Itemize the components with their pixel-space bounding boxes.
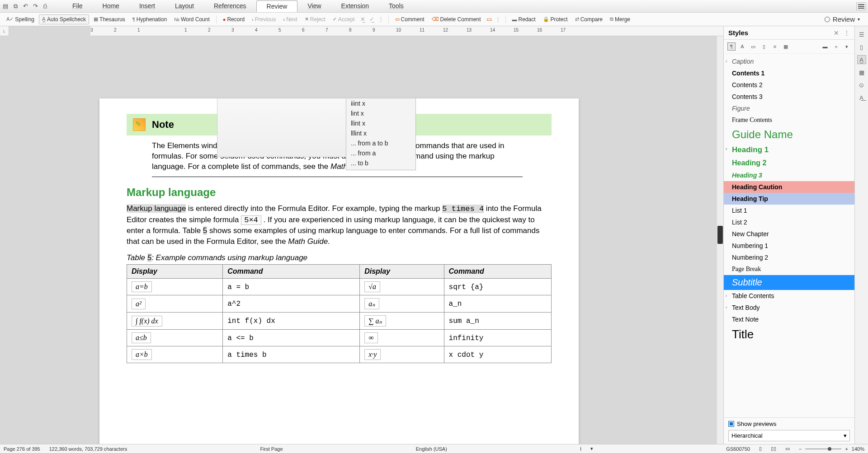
style-contents-1[interactable]: Contents 1 [724, 67, 854, 79]
compare-button[interactable]: ⇄Compare [572, 15, 605, 24]
list-styles-icon[interactable]: ≡ [771, 42, 779, 51]
style-title[interactable]: Title [724, 325, 854, 344]
show-previews-checkbox[interactable]: Show previews [728, 420, 850, 427]
menu-view[interactable]: View [297, 0, 331, 12]
style-heading-3[interactable]: Heading 3 [724, 169, 854, 181]
menu-review[interactable]: Review [256, 0, 298, 12]
style-heading-tip[interactable]: Heading Tip [724, 193, 854, 205]
style-numbering-2[interactable]: Numbering 2 [724, 252, 854, 263]
style-actions-icon[interactable]: ▾ [843, 42, 851, 51]
redact-button[interactable]: ▬Redact [509, 15, 538, 24]
wordcount-status[interactable]: 122,360 words, 703,729 characters [49, 446, 127, 452]
style-frame-contents[interactable]: Frame Contents [724, 114, 854, 126]
spelling-button[interactable]: A✓Spelling [4, 15, 37, 24]
delete-comment-button[interactable]: ⌫Delete Comment [429, 15, 484, 24]
language-status[interactable]: English (USA) [416, 446, 447, 452]
merge-button[interactable]: ⧉Merge [607, 15, 633, 24]
style-heading-caution[interactable]: Heading Caution [724, 181, 854, 193]
styles-more-icon[interactable]: ⋮ [844, 29, 850, 37]
style-guide-name[interactable]: Guide Name [724, 126, 854, 143]
comment-nav-icon[interactable]: ▭ [486, 16, 493, 23]
redo-icon[interactable]: ↷ [32, 3, 39, 10]
style-text-note[interactable]: Text Note [724, 313, 854, 325]
previous-button[interactable]: ‹Previous [249, 15, 278, 24]
thesaurus-button[interactable]: ▦Thesaurus [91, 15, 128, 24]
style-page-break[interactable]: Page Break [724, 263, 854, 275]
style-numbering-1[interactable]: Numbering 1 [724, 240, 854, 252]
zoom-value[interactable]: 140% [852, 446, 864, 452]
print-icon[interactable]: ⎙ [42, 3, 49, 10]
view-book-icon[interactable]: ▭ [785, 446, 790, 452]
style-list-1[interactable]: List 1 [724, 205, 854, 216]
save-icon[interactable]: ▤ [2, 3, 9, 10]
expand-icon[interactable]: › [726, 293, 727, 298]
menu-insert[interactable]: Insert [129, 0, 165, 12]
protect-button[interactable]: 🔒Protect [540, 15, 571, 24]
reject-all-icon[interactable]: ✕̲ [359, 16, 367, 23]
page-styles-icon[interactable]: ▯ [760, 42, 768, 51]
view-single-icon[interactable]: ▯ [759, 446, 762, 452]
comment-more-icon[interactable]: ⋮ [495, 16, 502, 23]
properties-icon[interactable]: ☰ [857, 30, 866, 39]
auto-spellcheck-button[interactable]: A̲Auto Spellcheck [39, 14, 89, 24]
zoom-control[interactable]: − + 140% [799, 446, 864, 452]
menu-references[interactable]: References [204, 0, 256, 12]
inspector-icon[interactable]: A͟ [857, 93, 866, 102]
zoom-in-icon[interactable]: + [845, 446, 848, 452]
accept-button[interactable]: ✓Accept [330, 15, 358, 24]
record-button[interactable]: ●Record [220, 15, 247, 24]
navigator-icon[interactable]: ⊙ [857, 80, 866, 89]
horizontal-ruler[interactable]: 3211234567891011121314151617 [90, 26, 723, 36]
vertical-scrollbar[interactable] [717, 36, 723, 444]
insert-mode-icon[interactable]: I [580, 446, 581, 452]
new-style-icon[interactable]: ＋ [832, 42, 840, 51]
undo-icon[interactable]: ↶ [22, 3, 29, 10]
selection-mode-icon[interactable]: ▾ [590, 446, 593, 452]
style-text-body[interactable]: ›Text Body [724, 302, 854, 313]
character-styles-icon[interactable]: A [738, 42, 746, 51]
zoom-out-icon[interactable]: − [799, 446, 802, 452]
menu-tools[interactable]: Tools [379, 0, 414, 12]
styles-rail-icon[interactable]: A̲ [857, 55, 866, 64]
style-contents-3[interactable]: Contents 3 [724, 91, 854, 103]
view-multi-icon[interactable]: ▯▯ [771, 446, 776, 452]
style-table-contents[interactable]: ›Table Contents [724, 290, 854, 302]
style-heading-2[interactable]: Heading 2 [724, 157, 854, 169]
table-styles-icon[interactable]: ▦ [782, 42, 790, 51]
hamburger-button[interactable] [856, 2, 866, 10]
track-dropdown-icon[interactable]: ⋮ [377, 16, 385, 23]
style-new-chapter[interactable]: New Chapter [724, 228, 854, 240]
style-heading-1[interactable]: ›Heading 1 [724, 143, 854, 157]
gallery-icon[interactable]: ▦ [857, 68, 866, 77]
pagestyle-status[interactable]: First Page [260, 446, 283, 452]
save-as-icon[interactable]: ⧉ [12, 3, 19, 10]
style-figure[interactable]: Figure [724, 103, 854, 114]
scrollbar-thumb[interactable] [717, 226, 723, 244]
style-contents-2[interactable]: Contents 2 [724, 79, 854, 91]
fill-format-icon[interactable]: ▬ [821, 42, 829, 51]
styles-close-icon[interactable]: ✕ [834, 29, 839, 37]
hyphenation-button[interactable]: ¶Hyphenation [130, 15, 170, 24]
style-subtitle[interactable]: Subtitle [724, 275, 854, 290]
style-list-2[interactable]: List 2 [724, 216, 854, 228]
frame-styles-icon[interactable]: ▭ [749, 42, 757, 51]
menu-layout[interactable]: Layout [165, 0, 204, 12]
menu-file[interactable]: File [62, 0, 93, 12]
style-filter-dropdown[interactable]: Hierarchical▾ [728, 430, 850, 441]
style-caption[interactable]: ›Caption [724, 56, 854, 67]
paragraph-styles-icon[interactable]: ¶ [727, 42, 736, 51]
expand-icon[interactable]: › [726, 59, 727, 64]
word-count-button[interactable]: №Word Count [171, 15, 212, 24]
page-status[interactable]: Page 276 of 395 [4, 446, 40, 452]
menu-extension[interactable]: Extension [331, 0, 379, 12]
next-button[interactable]: ›Next [280, 15, 300, 24]
styles-list[interactable]: ›CaptionContents 1Contents 2Contents 3Fi… [724, 54, 854, 417]
accept-all-icon[interactable]: ✓̲ [368, 16, 376, 23]
reject-button[interactable]: ✕Reject [302, 15, 328, 24]
page-icon[interactable]: ▯ [857, 42, 866, 51]
expand-icon[interactable]: › [726, 146, 727, 151]
expand-icon[interactable]: › [726, 305, 727, 310]
menu-home[interactable]: Home [93, 0, 129, 12]
review-dropdown[interactable]: Review▾ [820, 14, 864, 24]
comment-button[interactable]: ▭Comment [392, 15, 427, 24]
